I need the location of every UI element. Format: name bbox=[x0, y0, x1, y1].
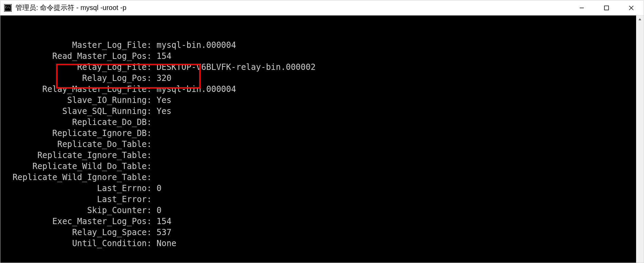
status-label: Relay_Log_File: bbox=[0, 62, 152, 73]
status-label: Slave_IO_Running: bbox=[0, 95, 152, 106]
terminal-line: Last_Error: bbox=[0, 194, 644, 205]
terminal-line: Replicate_Wild_Ignore_Table: bbox=[0, 172, 644, 183]
status-value: 537 bbox=[152, 227, 171, 238]
status-value bbox=[152, 150, 157, 161]
vertical-scrollbar[interactable] bbox=[636, 15, 644, 263]
status-value: None bbox=[152, 238, 176, 249]
status-value: Yes bbox=[152, 95, 171, 106]
terminal-line: Replicate_Do_DB: bbox=[0, 117, 644, 128]
status-value bbox=[152, 172, 157, 183]
status-value bbox=[152, 128, 157, 139]
status-label: Last_Errno: bbox=[0, 183, 152, 194]
status-value: 0 bbox=[152, 183, 161, 194]
status-label: Replicate_Wild_Do_Table: bbox=[0, 161, 152, 172]
status-value: mysql-bin.000004 bbox=[152, 40, 236, 51]
terminal-line: Relay_Log_Pos:320 bbox=[0, 73, 644, 84]
status-label: Relay_Master_Log_File: bbox=[0, 84, 152, 95]
terminal-line: Replicate_Wild_Do_Table: bbox=[0, 161, 644, 172]
status-value: 154 bbox=[152, 216, 171, 227]
terminal-line: Relay_Log_Space:537 bbox=[0, 227, 644, 238]
status-value bbox=[152, 161, 157, 172]
window-title: 管理员: 命令提示符 - mysql -uroot -p bbox=[15, 3, 569, 12]
terminal-content[interactable]: Master_Log_File:mysql-bin.000004Read_Mas… bbox=[0, 15, 644, 263]
status-label: Replicate_Ignore_DB: bbox=[0, 128, 152, 139]
terminal-line: Relay_Log_File:DESKTOP-V6BLVFK-relay-bin… bbox=[0, 62, 644, 73]
status-label: Last_Error: bbox=[0, 194, 152, 205]
status-value bbox=[152, 139, 157, 150]
status-label: Skip_Counter: bbox=[0, 205, 152, 216]
status-value: Yes bbox=[152, 106, 171, 117]
status-label: Until_Condition: bbox=[0, 238, 152, 249]
status-label: Exec_Master_Log_Pos: bbox=[0, 216, 152, 227]
terminal-line: Skip_Counter:0 bbox=[0, 205, 644, 216]
status-label: Replicate_Ignore_Table: bbox=[0, 150, 152, 161]
cmd-icon: C:\ bbox=[4, 4, 12, 12]
status-value: DESKTOP-V6BLVFK-relay-bin.000002 bbox=[152, 62, 315, 73]
status-label: Replicate_Do_Table: bbox=[0, 139, 152, 150]
terminal-line: Replicate_Do_Table: bbox=[0, 139, 644, 150]
status-value: 0 bbox=[152, 205, 161, 216]
svg-rect-5 bbox=[604, 6, 609, 10]
maximize-button[interactable] bbox=[594, 0, 619, 15]
terminal-line: Slave_SQL_Running:Yes bbox=[0, 106, 644, 117]
scrollbar-up-button[interactable] bbox=[636, 15, 644, 23]
close-button[interactable] bbox=[619, 0, 644, 15]
status-label: Read_Master_Log_Pos: bbox=[0, 51, 152, 62]
svg-text:C:\: C:\ bbox=[5, 6, 10, 9]
terminal-line: Relay_Master_Log_File:mysql-bin.000004 bbox=[0, 84, 644, 95]
terminal-line: Master_Log_File:mysql-bin.000004 bbox=[0, 40, 644, 51]
status-value: 154 bbox=[152, 51, 171, 62]
terminal-line: Read_Master_Log_Pos:154 bbox=[0, 51, 644, 62]
terminal-line: Until_Condition:None bbox=[0, 238, 644, 249]
status-label: Slave_SQL_Running: bbox=[0, 106, 152, 117]
status-value: mysql-bin.000004 bbox=[152, 84, 236, 95]
svg-marker-8 bbox=[638, 18, 641, 20]
status-value: 320 bbox=[152, 73, 171, 84]
status-value bbox=[152, 117, 157, 128]
status-label: Replicate_Do_DB: bbox=[0, 117, 152, 128]
terminal-line: Exec_Master_Log_Pos:154 bbox=[0, 216, 644, 227]
status-label: Relay_Log_Pos: bbox=[0, 73, 152, 84]
terminal-line: Last_Errno:0 bbox=[0, 183, 644, 194]
application-window: C:\ 管理员: 命令提示符 - mysql -uroot -p Master_… bbox=[0, 0, 644, 263]
terminal-line: Replicate_Ignore_Table: bbox=[0, 150, 644, 161]
terminal-line: Replicate_Ignore_DB: bbox=[0, 128, 644, 139]
terminal-line: Slave_IO_Running:Yes bbox=[0, 95, 644, 106]
status-label: Master_Log_File: bbox=[0, 40, 152, 51]
titlebar[interactable]: C:\ 管理员: 命令提示符 - mysql -uroot -p bbox=[0, 0, 644, 15]
titlebar-controls bbox=[569, 0, 644, 15]
status-label: Replicate_Wild_Ignore_Table: bbox=[0, 172, 152, 183]
status-value bbox=[152, 194, 157, 205]
status-label: Relay_Log_Space: bbox=[0, 227, 152, 238]
minimize-button[interactable] bbox=[569, 0, 594, 15]
